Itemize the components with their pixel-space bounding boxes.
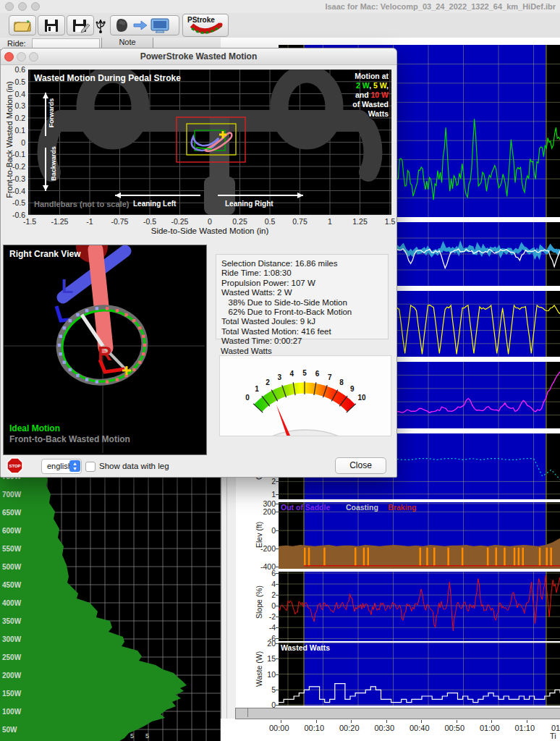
- note-tab[interactable]: Note: [101, 38, 153, 48]
- wm-x-tick: 0.75: [286, 217, 315, 226]
- time-tick: [527, 720, 527, 723]
- wm-x-axis-title: Side-to-Side Wasted Motion (in): [28, 226, 391, 235]
- wasted-motion-legend: Motion at2 W, 5 W,and 10 Wof WastedWatts: [352, 72, 389, 119]
- right-leg: [96, 250, 106, 348]
- svg-text:7: 7: [328, 373, 332, 381]
- forwards-label: Forwards: [48, 98, 55, 128]
- pstroke-watermelon-icon: [189, 22, 225, 35]
- time-tick: [351, 720, 352, 723]
- time-label: 00:30: [375, 724, 395, 732]
- distribution-x-label-partial: 5: [145, 732, 149, 740]
- watt-label: 350W: [2, 617, 21, 625]
- floppy-disk-edit-icon: [67, 16, 93, 35]
- time-tick: [421, 720, 422, 723]
- show-data-with-leg-checkbox[interactable]: [85, 462, 96, 472]
- wm-x-tick: 1.25: [346, 217, 375, 226]
- horizontal-scrollbar[interactable]: [235, 708, 560, 719]
- watt-label: 700W: [2, 491, 21, 499]
- watt-label: 100W: [2, 708, 21, 716]
- ride-input[interactable]: [32, 38, 100, 48]
- watt-label: 150W: [2, 690, 21, 698]
- window-minimize-button[interactable]: [18, 2, 27, 11]
- stat-side-to-side: 38% Due to Side-to-Side Motion: [221, 298, 388, 308]
- wm-x-tick: -0.75: [106, 217, 135, 226]
- watt-label: 550W: [2, 545, 21, 553]
- svg-text:3: 3: [277, 373, 281, 381]
- selection-stats-panel: Selection Distance: 16.86 miles Ride Tim…: [216, 254, 389, 339]
- watt-label: 200W: [2, 672, 21, 679]
- wm-x-tick: -1: [75, 217, 104, 226]
- watt-label: 50W: [2, 726, 17, 734]
- save-button[interactable]: [38, 15, 65, 35]
- close-button[interactable]: Close: [335, 457, 386, 474]
- wasted-motion-plot[interactable]: Wasted Motion During Pedal Stroke Motion…: [28, 69, 391, 215]
- stat-selection-distance: Selection Distance: 16.86 miles: [221, 259, 388, 268]
- watt-label: 500W: [2, 563, 21, 571]
- wasted-watts-gauge: 012345678910: [219, 355, 391, 436]
- stat-wasted-watts: Wasted Watts: 2 W: [221, 288, 388, 297]
- window-close-button[interactable]: [5, 2, 14, 11]
- floppy-disk-icon: [38, 16, 64, 35]
- window-titlebar: Isaac for Mac: Velocomp_03_24_2022_1322_…: [0, 0, 560, 14]
- svg-text:4: 4: [290, 370, 294, 378]
- time-label: 00:20: [339, 724, 360, 732]
- time-label: 00:00: [269, 724, 289, 732]
- wm-x-tick: -0.5: [135, 217, 164, 226]
- legend-line: 2 W, 5 W,: [352, 81, 389, 90]
- time-label: 00:50: [445, 724, 465, 732]
- stat-wasted-time: Wasted Time: 0:00:27: [221, 336, 388, 346]
- leaning-left-label: Leaning Left: [133, 200, 176, 208]
- svg-text:5: 5: [302, 369, 307, 377]
- wm-x-tick: -0.25: [166, 217, 195, 226]
- stat-wasted-motion: Total Wasted Motion: 416 feet: [221, 327, 388, 336]
- svg-text:8: 8: [339, 378, 344, 386]
- time-tick: [386, 720, 387, 723]
- language-select[interactable]: english ▲▼: [41, 459, 82, 474]
- watt-label: 600W: [2, 527, 21, 535]
- time-label: 01:00: [480, 724, 500, 732]
- watt-label: 250W: [2, 653, 21, 661]
- watt-label: 450W: [2, 581, 21, 589]
- gauge-title: Wasted Watts: [221, 347, 272, 355]
- crank-view-title: Right Crank View: [9, 249, 80, 259]
- open-file-button[interactable]: [9, 15, 36, 35]
- power-distribution-chart[interactable]: 750W700W650W600W550W500W450W400W350W300W…: [0, 474, 221, 741]
- left-leg-label: L: [61, 276, 74, 298]
- wm-x-tick: 1.5: [376, 217, 404, 226]
- usb-icon[interactable]: [94, 17, 107, 34]
- front-to-back-legend: Front-to-Back Wasted Motion: [9, 434, 130, 444]
- wm-x-tick: 0: [195, 217, 224, 226]
- wasted-motion-canvas: [28, 69, 391, 215]
- pstroke-button[interactable]: PStroke: [182, 14, 229, 37]
- window-zoom-button[interactable]: [31, 2, 40, 11]
- svg-text:10: 10: [357, 394, 366, 402]
- wm-x-tick: 0.25: [226, 217, 255, 226]
- watt-label: 650W: [2, 509, 21, 517]
- watt-label: 300W: [2, 635, 21, 643]
- leaning-right-label: Leaning Right: [225, 200, 273, 208]
- open-folder-icon: [9, 16, 35, 35]
- handlebars-note: Handlebars (not to scale): [34, 200, 129, 208]
- svg-text:9: 9: [350, 385, 355, 393]
- time-tick: [316, 720, 317, 723]
- time-tick: [281, 720, 281, 723]
- pane-divider[interactable]: [221, 469, 236, 719]
- ride-label: Ride:: [7, 39, 26, 48]
- time-label: 00:40: [410, 724, 430, 732]
- save-as-button[interactable]: [67, 15, 94, 35]
- svg-text:2: 2: [266, 378, 270, 386]
- svg-text:1: 1: [255, 385, 259, 393]
- time-label: 01:10: [515, 724, 535, 732]
- dialog-titlebar[interactable]: PowerStroke Wasted Motion: [1, 48, 396, 65]
- scrollbar-thumb[interactable]: [236, 708, 248, 717]
- svg-text:STOP: STOP: [9, 464, 20, 468]
- wm-y-axis-title: Front-to-Back Wasted Motion (in): [5, 60, 14, 219]
- language-value: english: [47, 462, 72, 470]
- stat-ride-time: Ride Time: 1:08:30: [221, 268, 388, 278]
- legend-line: Motion at: [352, 72, 389, 81]
- download-to-computer-button[interactable]: [110, 15, 179, 35]
- right-leg-label: R: [98, 343, 112, 365]
- backwards-label: Backwards: [50, 146, 57, 181]
- stop-icon[interactable]: STOP: [7, 457, 23, 474]
- svg-text:0: 0: [245, 394, 250, 402]
